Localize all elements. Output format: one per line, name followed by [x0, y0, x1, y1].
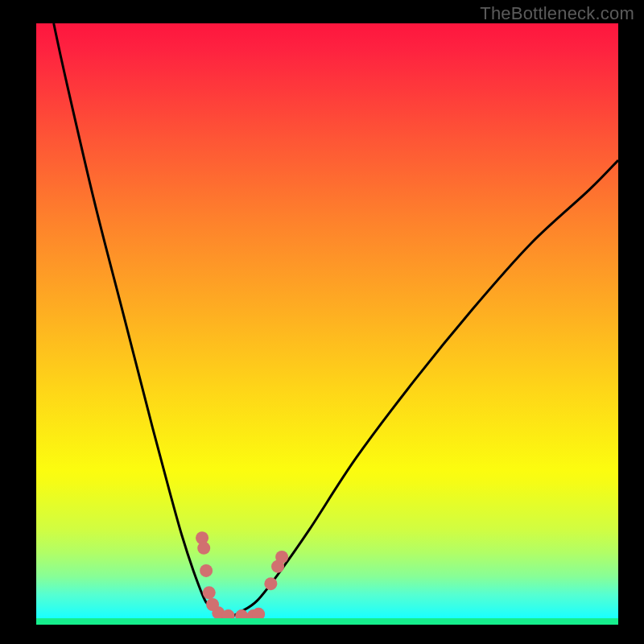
data-dot [264, 577, 277, 590]
data-dot [197, 542, 210, 555]
chart-frame: TheBottleneck.com [0, 0, 644, 644]
data-dots [36, 23, 618, 618]
data-dot [252, 608, 265, 618]
data-dot [203, 586, 216, 599]
data-dot [200, 564, 213, 577]
plot-bottom-edge [36, 618, 618, 625]
data-dot [275, 551, 288, 564]
watermark-text: TheBottleneck.com [480, 3, 634, 24]
dot-group [196, 531, 288, 618]
data-dot [235, 609, 248, 618]
